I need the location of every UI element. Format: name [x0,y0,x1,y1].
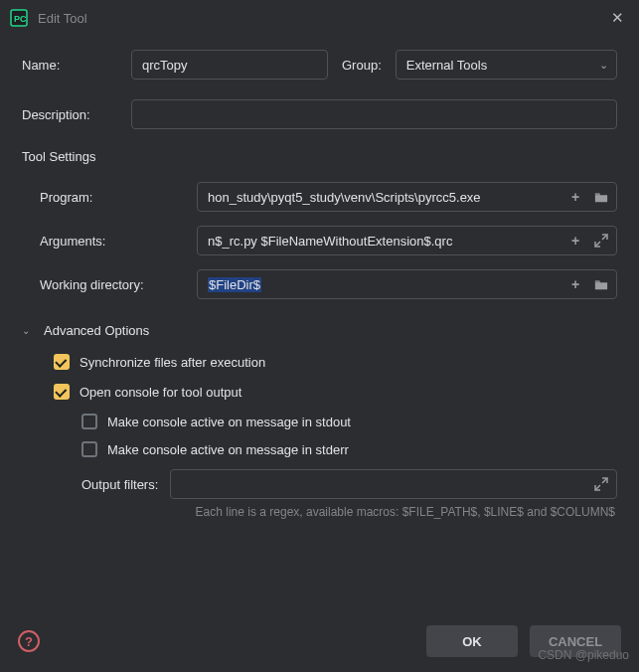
output-filters-hint: Each line is a regex, available macros: … [54,505,615,519]
stderr-label: Make console active on message in stderr [107,442,349,457]
advanced-options-toggle[interactable]: ⌄ Advanced Options [22,323,617,338]
window-title: Edit Tool [38,11,605,26]
sync-label: Synchronize files after execution [80,355,265,370]
stdout-checkbox[interactable] [81,414,97,429]
workdir-label: Working directory: [40,277,187,292]
description-label: Description: [22,107,117,122]
insert-macro-icon[interactable] [565,274,585,294]
cancel-button[interactable]: CANCEL [530,625,621,657]
close-icon[interactable]: ✕ [605,9,629,27]
insert-macro-icon[interactable] [565,187,585,207]
open-console-checkbox[interactable] [54,384,70,400]
name-label: Name: [22,58,117,73]
group-value: External Tools [406,58,599,73]
workdir-value: $FileDir$ [208,277,261,292]
stdout-label: Make console active on message in stdout [107,415,351,429]
program-label: Program: [40,190,187,205]
program-input[interactable] [197,182,617,212]
ok-button[interactable]: OK [426,625,518,657]
browse-folder-icon[interactable] [591,274,611,294]
advanced-title: Advanced Options [44,323,149,338]
open-console-label: Open console for tool output [80,385,241,400]
svg-text:PC: PC [14,14,27,24]
name-input[interactable] [131,50,328,80]
description-input[interactable] [131,99,617,129]
help-icon[interactable]: ? [18,630,40,652]
group-select[interactable]: External Tools ⌄ [396,50,617,80]
browse-folder-icon[interactable] [591,187,611,207]
sync-checkbox[interactable] [54,354,70,370]
chevron-down-icon: ⌄ [22,325,34,336]
arguments-input[interactable] [197,226,617,255]
workdir-input[interactable]: $FileDir$ [197,269,617,299]
titlebar: PC Edit Tool ✕ [0,0,639,36]
output-filters-input[interactable] [170,469,617,499]
stderr-checkbox[interactable] [81,441,97,457]
footer: ? OK CANCEL [0,610,639,672]
expand-icon[interactable] [591,231,611,251]
arguments-label: Arguments: [40,234,187,249]
app-icon: PC [10,9,28,27]
expand-icon[interactable] [591,474,611,494]
tool-settings-title: Tool Settings [22,149,617,164]
output-filters-label: Output filters: [81,477,158,492]
insert-macro-icon[interactable] [565,231,585,251]
group-label: Group: [342,58,382,73]
chevron-down-icon: ⌄ [599,59,608,72]
